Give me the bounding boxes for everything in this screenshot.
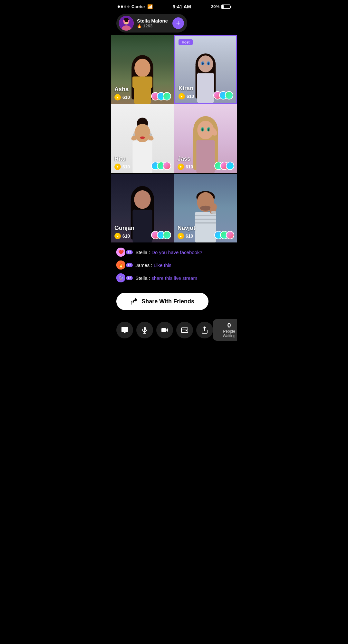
battery-icon <box>221 5 230 9</box>
svg-rect-11 <box>132 77 152 88</box>
chat-message-1: ❤️ 12 Stella : Do you have facebook? <box>116 248 232 257</box>
chat-text-1: Stella : Do you have facebook? <box>135 250 202 255</box>
svg-point-26 <box>140 137 145 139</box>
chat-badge-2: 🔥 12 <box>116 260 133 270</box>
svg-point-65 <box>186 330 187 331</box>
video-button[interactable] <box>156 322 173 338</box>
svg-point-15 <box>198 56 213 72</box>
svg-marker-63 <box>166 328 168 332</box>
signal-dots <box>118 5 130 8</box>
share-section: Share With Friends <box>111 289 237 315</box>
mini-avatar-3 <box>163 92 171 100</box>
svg-rect-43 <box>132 210 152 242</box>
video-cell-ritu[interactable]: Ritu ● 610 <box>111 104 174 173</box>
chat-text-3: Stella : share this live stream <box>135 275 197 281</box>
cell-name-jass: Jass <box>178 156 190 162</box>
signal-dot-1 <box>118 5 120 8</box>
chat-username-2: James <box>135 262 150 268</box>
video-cell-gunjan[interactable]: Gunjan ● 610 <box>111 174 174 242</box>
share-with-friends-button[interactable]: Share With Friends <box>116 293 208 310</box>
svg-point-25 <box>134 124 150 142</box>
signal-dot-4 <box>127 5 130 8</box>
chat-username-1: Stella <box>135 250 148 255</box>
host-card: Stella Malone 🔥 1263 + <box>116 14 187 33</box>
host-score: 🔥 1263 <box>137 24 168 28</box>
coin-icon-navjot: ● <box>178 233 184 239</box>
svg-text:🔮: 🔮 <box>118 275 124 281</box>
svg-point-9 <box>134 59 150 77</box>
coin-icon-gunjan: ● <box>114 233 121 239</box>
host-info: Stella Malone 🔥 1263 <box>137 18 168 28</box>
cell-name-asha: Asha <box>114 86 129 93</box>
chat-section: ❤️ 12 Stella : Do you have facebook? 🔥 1… <box>111 242 237 289</box>
svg-rect-22 <box>132 141 152 173</box>
chat-level-1: 12 <box>126 250 133 254</box>
svg-rect-20 <box>197 73 214 103</box>
chat-message-2: 🔥 12 James : Like this <box>116 260 232 270</box>
video-grid: Asha ● 610 <box>111 35 237 242</box>
chat-message-text-3: share this live stream <box>151 275 197 281</box>
coin-icon: ● <box>114 94 121 100</box>
wallet-icon <box>181 326 188 334</box>
cell-coins-gunjan: ● 610 <box>114 233 130 239</box>
coin-icon-ritu: ● <box>114 164 121 170</box>
people-waiting-label: People Waiting <box>218 329 237 338</box>
chat-level-2: 12 <box>126 263 133 267</box>
coin-value-navjot: 610 <box>186 233 193 239</box>
mini-avatar-n3 <box>226 231 234 239</box>
chat-avatar-stella-1: ❤️ <box>116 248 125 257</box>
cell-avatars-jass <box>214 162 234 170</box>
host-avatar <box>119 16 134 31</box>
bottom-bar: 0 People Waiting <box>111 315 237 347</box>
video-cell-kiran[interactable]: Host Kiran ● 610 <box>174 35 237 104</box>
wifi-icon: 📶 <box>147 4 153 9</box>
cell-name-gunjan: Gunjan <box>114 225 134 232</box>
svg-rect-52 <box>211 211 216 214</box>
share-bottom-button[interactable] <box>196 322 213 338</box>
status-left: Carrier 📶 <box>118 4 153 9</box>
status-right: 20% <box>211 4 230 9</box>
cell-coins-asha: ● 610 <box>114 94 130 100</box>
video-cell-navjot[interactable]: Navjot ● 610 <box>174 174 237 242</box>
mini-avatar-r3 <box>163 162 171 170</box>
coin-value-kiran: 610 <box>187 94 194 99</box>
chat-text-2: James : Like this <box>135 262 171 268</box>
share-icon <box>130 298 138 305</box>
cell-avatars-ritu <box>151 162 171 170</box>
chat-username-3: Stella <box>135 275 148 281</box>
svg-point-35 <box>202 128 204 131</box>
chat-icon <box>121 326 129 334</box>
svg-text:🔥: 🔥 <box>118 262 124 268</box>
cell-name-ritu: Ritu <box>114 156 126 162</box>
video-icon <box>161 326 169 334</box>
svg-rect-64 <box>181 328 188 333</box>
battery-bar <box>221 5 230 9</box>
chat-level-3: 12 <box>126 276 133 280</box>
carrier-label: Carrier <box>131 4 145 9</box>
cell-avatars-kiran <box>213 91 233 99</box>
svg-rect-38 <box>196 140 215 173</box>
follow-button[interactable]: + <box>172 17 184 29</box>
flame-icon: 🔥 <box>137 24 142 28</box>
signal-dot-2 <box>121 5 123 8</box>
host-name: Stella Malone <box>137 18 168 24</box>
people-waiting-panel: 0 People Waiting <box>213 319 237 341</box>
svg-rect-62 <box>161 328 166 332</box>
svg-point-27 <box>133 134 135 136</box>
video-cell-jass[interactable]: Jass ● 610 <box>174 104 237 173</box>
host-score-value: 1263 <box>143 24 152 28</box>
mini-avatar-j3 <box>226 162 234 170</box>
mic-button[interactable] <box>136 322 153 338</box>
chat-separator-1: : <box>148 250 152 255</box>
cell-name-navjot: Navjot <box>178 225 195 232</box>
video-cell-asha[interactable]: Asha ● 610 <box>111 35 174 104</box>
status-time: 9:41 AM <box>173 4 191 9</box>
cell-avatars-gunjan <box>151 231 171 239</box>
chat-button[interactable] <box>116 322 133 338</box>
mic-icon <box>141 326 149 334</box>
chat-badge-3: 🔮 12 <box>116 273 133 282</box>
svg-point-42 <box>134 190 151 209</box>
coin-value-gunjan: 610 <box>122 233 130 239</box>
chat-message-3: 🔮 12 Stella : share this live stream <box>116 273 232 282</box>
wallet-button[interactable] <box>176 322 193 338</box>
